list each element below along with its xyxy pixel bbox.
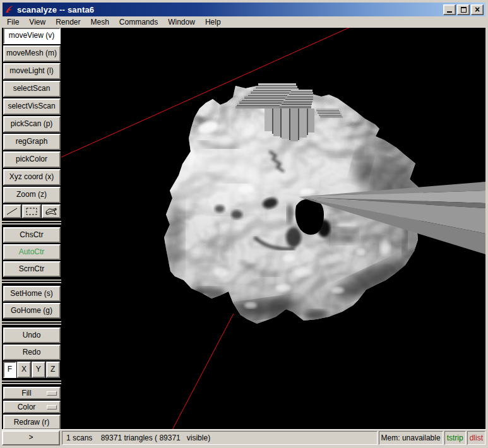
menu-commands[interactable]: Commands [115, 16, 162, 28]
chsctr-button[interactable]: ChsCtr [3, 227, 61, 243]
separator [2, 320, 61, 326]
moveview-button[interactable]: moveView (v) [3, 28, 61, 44]
minimize-button[interactable] [443, 4, 456, 15]
undo-button[interactable]: Undo [3, 327, 61, 343]
scrnctr-button[interactable]: ScrnCtr [3, 261, 61, 277]
pickscan-button[interactable]: pickScan (p) [3, 116, 61, 133]
mesh-scene [61, 28, 485, 430]
line-select-button[interactable] [3, 204, 22, 218]
menu-file[interactable]: File [3, 16, 23, 28]
fill-dropdown[interactable]: Fill [3, 387, 61, 399]
lasso-select-button[interactable] [42, 204, 61, 218]
tk-feather-icon [4, 5, 15, 14]
option-menu-indicator-icon [47, 391, 57, 396]
dlist-toggle[interactable]: dlist [467, 431, 485, 445]
menu-render[interactable]: Render [51, 16, 85, 28]
axis-y-button[interactable]: Y [32, 362, 45, 378]
sethome-button[interactable]: SetHome (s) [3, 286, 61, 302]
pickcolor-button[interactable]: pickColor [3, 151, 61, 168]
separator [2, 220, 61, 226]
axis-f-button[interactable]: F [3, 362, 17, 378]
redo-button[interactable]: Redo [3, 345, 61, 360]
fill-dropdown-label: Fill [7, 389, 47, 398]
maximize-button[interactable] [457, 4, 470, 15]
separator [2, 379, 61, 386]
window-title: scanalyze -- santa6 [17, 5, 94, 15]
menu-window[interactable]: Window [164, 16, 199, 28]
viewport-3d[interactable] [61, 28, 485, 430]
selectscan-button[interactable]: selectScan [3, 81, 61, 97]
axis-z-button[interactable]: Z [46, 362, 60, 378]
autoctr-button[interactable]: AutoCtr [3, 244, 61, 260]
tstrip-toggle[interactable]: tstrip [444, 431, 466, 445]
maximize-icon [461, 7, 467, 13]
expand-button[interactable]: > [2, 430, 60, 445]
menu-view[interactable]: View [25, 16, 50, 28]
color-dropdown-label: Color [7, 403, 47, 412]
menubar: File View Render Mesh Commands Window He… [3, 16, 485, 28]
xyzcoord-button[interactable]: Xyz coord (x) [3, 169, 61, 186]
close-button[interactable]: × [471, 4, 484, 15]
menu-mesh[interactable]: Mesh [86, 16, 114, 28]
reggraph-button[interactable]: regGraph [3, 134, 61, 150]
minimize-icon [447, 11, 452, 13]
toolbar-sidebar: moveView (v) moveMesh (m) moveLight (l) … [2, 28, 61, 429]
rect-select-button[interactable] [22, 204, 41, 218]
option-menu-indicator-icon [47, 405, 57, 410]
movemesh-button[interactable]: moveMesh (m) [3, 45, 61, 62]
menu-help[interactable]: Help [201, 16, 225, 28]
zoom-button[interactable]: Zoom (z) [3, 187, 61, 203]
rect-select-icon [25, 207, 38, 216]
titlebar[interactable]: scanalyze -- santa6 × [3, 3, 485, 16]
redraw-button[interactable]: Redraw (r) [3, 415, 61, 430]
separator [2, 278, 61, 285]
lasso-select-icon [44, 207, 58, 216]
memory-status: Mem: unavailable [379, 431, 443, 445]
gohome-button[interactable]: GoHome (g) [3, 303, 61, 319]
axis-x-button[interactable]: X [17, 362, 31, 378]
statusbar: > 1 scans 89371 triangles ( 89371 visibl… [2, 429, 486, 445]
color-dropdown[interactable]: Color [3, 401, 61, 413]
scan-status-text: 1 scans 89371 triangles ( 89371 visible) [62, 431, 378, 445]
movelight-button[interactable]: moveLight (l) [3, 63, 61, 80]
selectvisscan-button[interactable]: selectVisScan [3, 98, 61, 115]
close-icon: × [475, 6, 480, 13]
line-select-icon [6, 207, 18, 216]
